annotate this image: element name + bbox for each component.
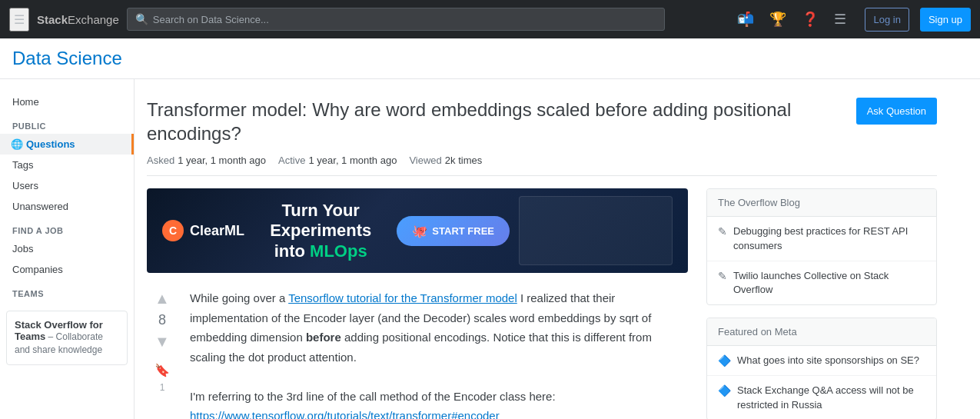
overflow-blog-header: The Overflow Blog [707,189,936,217]
vote-count: 8 [158,312,166,328]
ad-mockup [519,196,673,265]
ad-logo-icon: C [162,220,184,241]
left-sidebar: Home PUBLIC 🌐Questions Tags Users Unansw… [0,79,135,419]
ad-logo: C ClearML [162,220,244,241]
achievements-icon-button[interactable]: 🏆 [763,6,792,32]
review-icon-button[interactable]: ☰ [828,6,852,32]
search-icon: 🔍 [135,13,148,25]
ad-tagline-line1: Turn Your Experiments [260,201,381,241]
ask-question-button[interactable]: Ask Question [856,98,937,125]
post-paragraph-1: While going over a Tensorflow tutorial f… [190,288,688,367]
help-icon-button[interactable]: ❓ [796,6,825,32]
encoder-link[interactable]: https://www.tensorflow.org/tutorials/tex… [190,409,500,419]
bookmark-button[interactable]: 🔖 [153,361,171,379]
meta-active: Active 1 year, 1 month ago [278,155,397,166]
sidebar-section-teams: TEAMS [0,280,134,301]
ad-tagline-line2: into MLOps [260,241,381,261]
questions-icon: 🌐 [11,138,23,150]
github-icon: 🐙 [412,224,427,238]
nav-icons: 📬 🏆 ❓ ☰ [731,6,852,32]
ad-banner[interactable]: C ClearML Turn Your Experiments into MLO… [147,188,688,273]
sidebar-item-companies[interactable]: Companies [0,259,134,280]
blog-item-0: ✎ Debugging best practices for REST API … [707,217,936,261]
inbox-icon-button[interactable]: 📬 [731,6,760,32]
logo-exchange-text: Exchange [68,13,119,26]
ad-tagline: Turn Your Experiments into MLOps [244,201,397,261]
meta-active-label: Active [278,155,305,166]
site-logo[interactable]: StackExchange [37,13,119,26]
meta-viewed-label: Viewed [409,155,441,166]
question-meta: Asked 1 year, 1 month ago Active 1 year,… [147,155,937,176]
post-body: While going over a Tensorflow tutorial f… [190,288,688,419]
sidebar-item-unanswered[interactable]: Unanswered [0,196,134,217]
search-bar: 🔍 [127,8,665,31]
top-navigation: ☰ StackExchange 🔍 📬 🏆 ❓ ☰ Log in Sign up [0,0,980,38]
meta-item-1: 🔷 Stack Exchange Q&A access will not be … [707,376,936,419]
right-sidebar: The Overflow Blog ✎ Debugging best pract… [706,188,937,419]
meta-icon-1: 🔷 [718,384,731,397]
bookmark-count: 1 [160,382,165,393]
meta-viewed: Viewed 2k times [409,155,482,166]
vote-down-button[interactable]: ▼ [153,331,171,352]
sidebar-item-questions[interactable]: 🌐Questions [0,134,134,155]
sidebar-section-public: PUBLIC [0,112,134,134]
blog-link-0[interactable]: Debugging best practices for REST API co… [733,224,925,252]
login-button[interactable]: Log in [865,8,909,32]
hamburger-button[interactable]: ☰ [9,8,29,32]
tensorflow-link[interactable]: Tensorflow tutorial for the Transformer … [288,291,517,304]
blog-link-1[interactable]: Twilio launches Collective on Stack Over… [733,269,925,297]
ad-tagline-highlight: MLOps [310,241,367,261]
content-area: Transformer model: Why are word embeddin… [135,79,949,419]
sidebar-teams-box: Stack Overflow for Teams – Collaborate a… [6,311,128,365]
logo-stack-text: Stack [37,13,68,26]
meta-viewed-value: 2k times [445,155,482,166]
question-main: C ClearML Turn Your Experiments into MLO… [147,188,688,419]
ad-cta-button[interactable]: 🐙 START FREE [397,216,510,246]
post-paragraph-2: I'm referring to the 3rd line of the cal… [190,387,688,407]
pencil-icon-1: ✎ [718,270,727,282]
featured-meta-box: Featured on Meta 🔷 What goes into site s… [706,318,937,419]
sidebar-item-tags[interactable]: Tags [0,155,134,175]
meta-icon-0: 🔷 [718,354,731,367]
main-layout: Home PUBLIC 🌐Questions Tags Users Unansw… [0,79,980,419]
meta-asked-value: 1 year, 1 month ago [178,155,266,166]
ad-logo-text: ClearML [190,223,244,239]
sidebar-item-users[interactable]: Users [0,175,134,196]
search-input[interactable] [153,14,656,25]
featured-meta-header: Featured on Meta [707,318,936,346]
vote-up-button[interactable]: ▲ [153,288,171,309]
post-container: ▲ 8 ▼ 🔖 1 While going over a Tensorflow … [147,288,688,419]
sidebar-section-job: FIND A JOB [0,217,134,238]
overflow-blog-box: The Overflow Blog ✎ Debugging best pract… [706,188,937,305]
signup-button[interactable]: Sign up [920,8,971,32]
sidebar-item-jobs[interactable]: Jobs [0,238,134,259]
site-header: Data Science [0,38,980,79]
blog-item-1: ✎ Twilio launches Collective on Stack Ov… [707,261,936,304]
meta-asked: Asked 1 year, 1 month ago [147,155,266,166]
meta-link-0[interactable]: What goes into site sponsorships on SE? [737,354,919,367]
vote-section: ▲ 8 ▼ 🔖 1 [147,288,178,419]
question-layout: C ClearML Turn Your Experiments into MLO… [147,188,937,419]
question-title: Transformer model: Why are word embeddin… [147,98,841,145]
meta-asked-label: Asked [147,155,174,166]
meta-link-1[interactable]: Stack Exchange Q&A access will not be re… [737,384,925,411]
pencil-icon-0: ✎ [718,225,727,238]
sidebar-item-home[interactable]: Home [0,91,134,112]
site-title[interactable]: Data Science [12,48,122,68]
meta-item-0: 🔷 What goes into site sponsorships on SE… [707,346,936,376]
meta-active-value: 1 year, 1 month ago [308,155,397,166]
question-header: Transformer model: Why are word embeddin… [147,98,937,145]
